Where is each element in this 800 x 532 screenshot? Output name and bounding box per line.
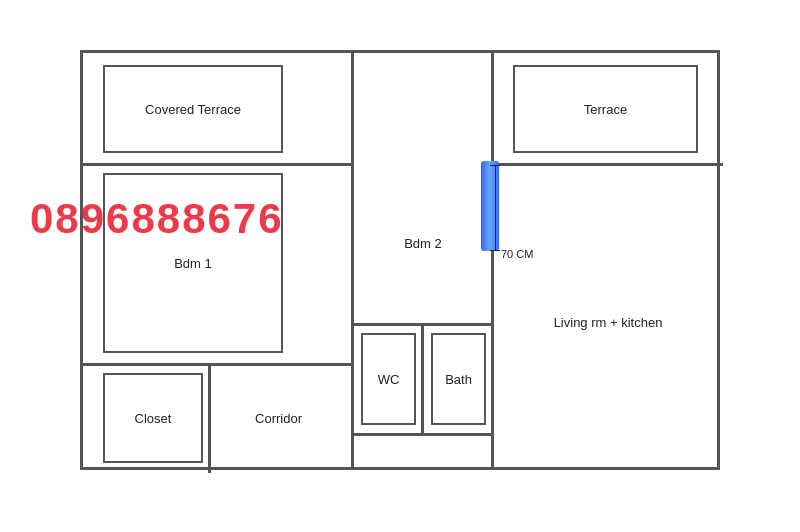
divider-horizontal-5 [351, 433, 491, 436]
wc-label: WC [378, 372, 400, 387]
floor-plan: Covered Terrace Bdm 1 Closet Terrace Bdm… [80, 50, 720, 470]
room-living: Living rm + kitchen [498, 171, 718, 473]
measurement-line-top [490, 165, 500, 166]
closet-label: Closet [135, 411, 172, 426]
divider-horizontal-1 [83, 163, 351, 166]
living-label: Living rm + kitchen [554, 315, 663, 330]
terrace-label: Terrace [584, 102, 627, 117]
room-terrace: Terrace [513, 65, 698, 153]
divider-horizontal-4 [491, 163, 723, 166]
door-indicator [481, 161, 499, 251]
room-corridor: Corridor [211, 373, 346, 463]
bdm1-label: Bdm 1 [174, 256, 212, 271]
bath-label: Bath [445, 372, 472, 387]
divider-vertical-1 [351, 53, 354, 467]
room-covered-terrace: Covered Terrace [103, 65, 283, 153]
phone-number: 0896888676 [30, 195, 284, 243]
room-bath: Bath [431, 333, 486, 425]
covered-terrace-label: Covered Terrace [145, 102, 241, 117]
room-bdm2: Bdm 2 [358, 173, 488, 313]
room-closet: Closet [103, 373, 203, 463]
measurement-line-vertical [495, 165, 496, 250]
room-wc: WC [361, 333, 416, 425]
corridor-label: Corridor [255, 411, 302, 426]
divider-horizontal-2 [83, 363, 351, 366]
measurement-label: 70 CM [501, 248, 533, 260]
bdm2-label: Bdm 2 [404, 236, 442, 251]
divider-vertical-4 [421, 323, 424, 433]
measurement-line-bottom [490, 250, 500, 251]
divider-vertical-2 [491, 53, 494, 467]
